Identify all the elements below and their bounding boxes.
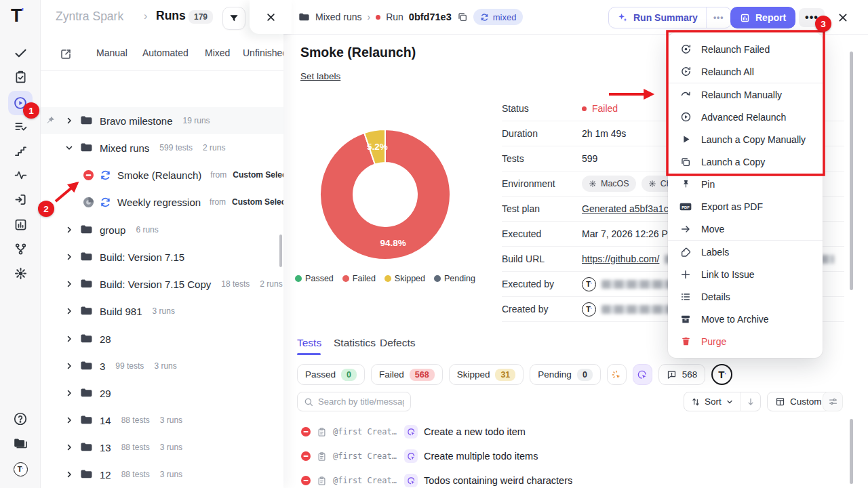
menu-export-pdf[interactable]: PDFExport as PDF [668,195,823,218]
menu-labels[interactable]: Labels [668,241,823,263]
menu-details[interactable]: Details [668,285,823,308]
close-icon [837,12,848,23]
view-settings-button[interactable] [823,392,843,411]
copy-icon[interactable] [457,12,468,22]
tab-automated[interactable]: Automated [142,47,189,58]
app-logo[interactable]: T' [11,5,23,26]
filter-skipped[interactable]: Skipped31 [449,364,524,385]
workspace-avatar[interactable]: T' [12,461,28,477]
menu-link-to-issue[interactable]: Link to Issue [668,263,823,285]
test-row[interactable]: @first Creat… Create a new todo item [301,422,526,442]
filter-passed[interactable]: Passed0 [297,364,365,385]
tree-row-bravo[interactable]: Bravo milestone 19 runs [41,107,283,134]
tab-tests[interactable]: Tests [297,337,321,349]
sort-button[interactable]: Sort [684,392,761,411]
menu-relaunch-failed[interactable]: Relaunch Failed [668,38,823,60]
tree-source: Custom Selection [233,170,283,180]
chevron-right-icon[interactable] [65,117,73,125]
main-scrollbar[interactable] [850,52,853,290]
sort-direction-button[interactable] [741,392,760,411]
tree-row-group[interactable]: group6 runs [41,216,283,243]
tab-defects[interactable]: Defects [380,337,416,349]
help-icon[interactable] [12,411,28,427]
projects-folder-icon[interactable] [12,435,28,451]
manual-run-filter-button[interactable] [633,364,652,385]
steps-icon[interactable] [12,143,28,159]
drawer-header: Zyntra Spark › Runs 179 [41,0,283,38]
annotation-step-3: 3 [815,16,831,32]
filter-failed[interactable]: Failed568 [371,364,443,385]
custom-view-button[interactable]: Custom [767,392,830,411]
tree-row-build-715[interactable]: Build: Version 7.15 [41,243,283,270]
tree-row-mixed-runs[interactable]: Mixed runs 599 tests 2 runs [41,134,283,161]
branch-icon[interactable] [12,241,28,257]
cursor-click-icon [404,474,418,487]
activity-pulse-icon[interactable] [12,167,28,183]
drawer-scrollbar[interactable] [279,235,282,267]
cursor-click-icon [637,369,648,380]
menu-move-to-archive[interactable]: Move to Archive [668,308,823,330]
tree-meta: 19 runs [183,116,210,125]
chevron-down-icon[interactable] [65,144,73,152]
close-drawer-button[interactable] [250,0,292,34]
svg-text:PDF: PDF [682,205,690,209]
tree-row-28[interactable]: 28 [41,325,283,352]
breadcrumb-project[interactable]: Zyntra Spark [56,9,123,24]
suites-clipboard-icon[interactable] [12,68,28,85]
tab-manual[interactable]: Manual [96,47,127,58]
tests-check-icon[interactable] [12,45,28,61]
crumb-folder[interactable]: Mixed runs [315,12,361,22]
tree-row-3[interactable]: 399 tests3 runs [41,352,283,380]
settings-gear-icon[interactable] [12,265,28,281]
test-row[interactable]: @first Creat… Create multiple todo items [301,446,538,466]
test-row[interactable]: @first Creat… Todos containing weird cha… [301,470,572,488]
mixed-run-sync-icon [100,169,111,181]
set-labels-link[interactable]: Set labels [300,71,340,81]
tab-unfinished[interactable]: Unfinished [243,47,283,58]
search-input[interactable] [318,396,404,407]
menu-purge[interactable]: Purge [668,330,823,352]
filter-button[interactable] [222,7,245,30]
build-url-link[interactable]: https://github.com/ [582,253,659,264]
tree-row-13[interactable]: 1388 tests3 runs [41,434,283,461]
tree-label: Smoke (Relaunch) [117,169,201,181]
report-button[interactable]: Report [730,7,795,28]
menu-relaunch-manually[interactable]: Relaunch Manually [668,83,823,106]
tab-mixed[interactable]: Mixed [205,47,230,58]
bar-chart-icon[interactable] [12,216,28,232]
tree-row-build-981[interactable]: Build 9813 runs [41,298,283,325]
stopped-status-icon [83,197,94,207]
menu-pin[interactable]: Pin [668,173,823,195]
close-run-button[interactable] [834,9,852,26]
test-list-scrollbar[interactable] [850,419,853,484]
run-summary-more-button[interactable]: ••• [706,7,731,28]
tab-statistics[interactable]: Statistics [334,337,376,349]
tree-row-build-715-copy[interactable]: Build: Version 7.15 Copy18 tests2 runs [41,270,283,298]
tree-row-29[interactable]: 29 [41,380,283,407]
testplan-link[interactable]: Generated a5bf3a1c [582,203,669,214]
menu-launch-copy[interactable]: Launch a Copy [668,150,823,173]
checklist-share-icon[interactable] [60,48,72,60]
menu-move[interactable]: Move [668,218,823,240]
tree-row-14[interactable]: 1488 tests3 runs [41,407,283,434]
run-actions-menu: Relaunch Failed Relaunch All Relaunch Ma… [668,33,823,358]
env-chip-macos[interactable]: MacOS [582,176,636,192]
auto-run-filter-button[interactable] [607,364,627,385]
list-check-icon[interactable] [12,118,28,134]
tree-row-weekly-regression[interactable]: Weekly regression from Custom Selection [41,188,283,216]
comments-filter[interactable]: 568 [658,364,706,385]
run-summary-button[interactable]: Run Summary ••• [608,7,732,28]
import-icon[interactable] [12,191,28,207]
menu-launch-copy-manually[interactable]: Launch a Copy Manually [668,128,823,150]
assignee-avatar[interactable]: T' [711,364,732,385]
chart-legend: Passed Failed Skipped Pending [304,274,467,283]
tree-row-12[interactable]: 1288 tests3 runs [41,461,283,488]
filter-pending[interactable]: Pending0 [530,364,601,385]
donut-label-skipped: 5.2% [367,142,388,152]
results-donut-chart: 94.8%5.2% [305,115,465,274]
tree-row-smoke-relaunch[interactable]: Smoke (Relaunch) from Custom Selection [41,161,283,188]
search-box[interactable] [297,392,411,411]
menu-relaunch-all[interactable]: Relaunch All [668,60,823,83]
menu-advanced-relaunch[interactable]: Advanced Relaunch [668,106,823,128]
breadcrumb-section: Runs [156,9,186,23]
